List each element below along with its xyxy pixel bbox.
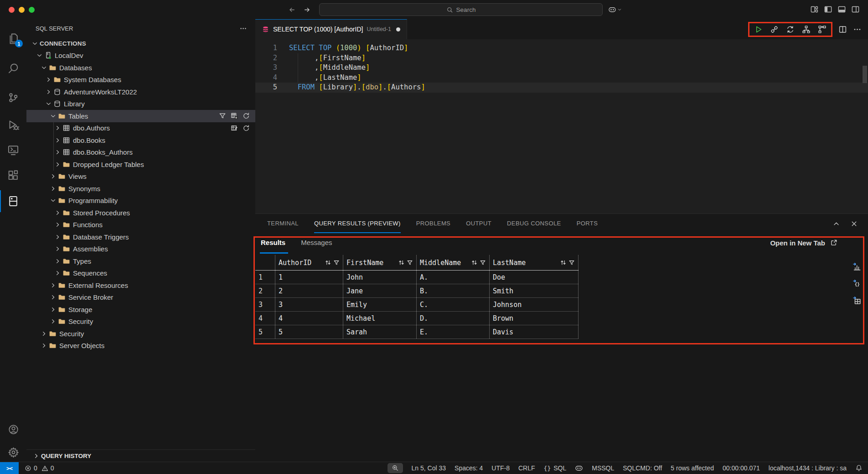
sort-icon[interactable] (471, 259, 478, 266)
editor-scrollbar[interactable] (863, 66, 867, 83)
activity-item-run-and-debug[interactable] (0, 114, 26, 136)
code-line-4[interactable]: 4 ,[LastName] (255, 73, 868, 83)
status-indentation[interactable]: Spaces: 4 (455, 464, 483, 472)
split-button[interactable] (838, 25, 847, 34)
column-header-lastname[interactable]: LastName (490, 255, 579, 271)
tree-item-security[interactable]: Security (26, 328, 255, 340)
tree-item-system-databases[interactable]: System Databases (26, 74, 255, 86)
grid-cell[interactable]: Sarah (343, 325, 417, 339)
tree-item-dbo-books-authors[interactable]: dbo.Books_Authors (26, 146, 255, 159)
row-number[interactable]: 5 (255, 325, 275, 339)
activity-item-accounts[interactable] (0, 418, 26, 440)
grid-cell[interactable]: John (343, 271, 417, 284)
row-number[interactable]: 1 (255, 271, 275, 284)
panel-tab-problems[interactable]: PROBLEMS (416, 214, 450, 233)
status-query-duration[interactable]: 00:00:00.071 (723, 464, 760, 472)
filter-button[interactable] (219, 112, 226, 120)
tree-item-stored-procedures[interactable]: Stored Procedures (26, 207, 255, 219)
tree-item-database-triggers[interactable]: Database Triggers (26, 231, 255, 243)
activity-item-settings[interactable] (0, 441, 26, 463)
activity-item-source-control[interactable] (0, 87, 26, 109)
status-mssql-status[interactable]: MSSQL (592, 464, 614, 472)
column-header-authorid[interactable]: AuthorID (275, 255, 343, 271)
close-window-button[interactable] (9, 7, 15, 13)
row-number-header[interactable] (255, 255, 275, 271)
tree-item-views[interactable]: Views (26, 171, 255, 183)
tree-item-localdev[interactable]: LocalDev (26, 50, 255, 62)
activity-item-sql-server[interactable] (0, 190, 26, 212)
grid-cell[interactable]: C. (417, 298, 490, 312)
status-notifications[interactable] (855, 464, 863, 472)
tree-item-databases[interactable]: Databases (26, 62, 255, 74)
funnel-icon[interactable] (480, 260, 486, 266)
tree-item-library[interactable]: Library (26, 98, 255, 110)
column-header-firstname[interactable]: FirstName (343, 255, 417, 271)
sort-icon[interactable] (560, 259, 567, 266)
edit-data-button[interactable] (231, 125, 238, 132)
maximize-window-button[interactable] (29, 7, 35, 13)
tree-item-dropped-ledger-tables[interactable]: Dropped Ledger Tables (26, 158, 255, 171)
change-conn-button[interactable] (786, 25, 795, 34)
grid-cell[interactable]: 1 (275, 271, 343, 284)
tree-item-server-objects[interactable]: Server Objects (26, 340, 255, 352)
save-csv-button[interactable] (852, 262, 862, 271)
funnel-icon[interactable] (407, 260, 413, 266)
status-zoom-indicator[interactable] (388, 463, 403, 473)
maximize-panel-button[interactable] (832, 220, 840, 228)
minimize-window-button[interactable] (19, 7, 25, 13)
refresh-button[interactable] (243, 112, 250, 120)
est-plan-button[interactable] (802, 25, 811, 34)
grid-cell[interactable]: D. (417, 312, 490, 325)
grid-cell[interactable]: Smith (490, 284, 579, 298)
grid-cell[interactable]: 5 (275, 325, 343, 339)
status-rows-affected[interactable]: 5 rows affected (671, 464, 714, 472)
tree-item-assemblies[interactable]: Assemblies (26, 243, 255, 255)
status-connection-info[interactable]: localhost,1434 : Library : sa (769, 464, 847, 472)
tree-item-dbo-books[interactable]: dbo.Books (26, 134, 255, 146)
tree-item-storage[interactable]: Storage (26, 303, 255, 316)
activity-item-remote-explorer[interactable] (0, 139, 26, 161)
grid-cell[interactable]: Jane (343, 284, 417, 298)
layout-sidebar-button[interactable] (824, 5, 832, 14)
sort-icon[interactable] (398, 259, 405, 266)
grid-cell[interactable]: Doe (490, 271, 579, 284)
grid-cell[interactable]: E. (417, 325, 490, 339)
problems-indicator[interactable]: 0 0 (25, 464, 54, 472)
tree-item-external-resources[interactable]: External Resources (26, 279, 255, 292)
grid-cell[interactable]: A. (417, 271, 490, 284)
panel-tab-output[interactable]: OUTPUT (466, 214, 491, 233)
more-actions-button[interactable] (239, 25, 247, 32)
results-tab-messages[interactable]: Messages (301, 239, 332, 250)
grid-cell[interactable]: Michael (343, 312, 417, 325)
status-cursor-position[interactable]: Ln 5, Col 33 (412, 464, 446, 472)
tree-item-programmability[interactable]: Programmability (26, 195, 255, 207)
editor-tab[interactable]: SELECT TOP (1000) [AuthorID] Untitled-1 (255, 19, 407, 39)
save-excel-button[interactable] (852, 296, 862, 305)
new-table-button[interactable] (231, 112, 238, 120)
tree-item-service-broker[interactable]: Service Broker (26, 292, 255, 304)
activity-item-extensions[interactable] (0, 164, 26, 186)
tree-section-connections[interactable]: CONNECTIONS (26, 37, 255, 50)
ellipsis-button[interactable] (853, 25, 862, 34)
grid-cell[interactable]: 4 (275, 312, 343, 325)
grid-cell[interactable]: Emily (343, 298, 417, 312)
tree-item-functions[interactable]: Functions (26, 219, 255, 231)
tree-item-synonyms[interactable]: Synonyms (26, 182, 255, 195)
row-number[interactable]: 4 (255, 312, 275, 325)
funnel-icon[interactable] (333, 260, 340, 266)
grid-cell[interactable]: Davis (490, 325, 579, 339)
copilot-menu-button[interactable] (608, 5, 622, 14)
forward-button[interactable] (303, 6, 311, 14)
refresh-button[interactable] (243, 125, 250, 132)
grid-cell[interactable]: Brown (490, 312, 579, 325)
grid-cell[interactable]: B. (417, 284, 490, 298)
panel-tab-terminal[interactable]: TERMINAL (267, 214, 299, 233)
layout-panel-button[interactable] (837, 5, 846, 14)
panel-tab-ports[interactable]: PORTS (577, 214, 598, 233)
act-plan-button[interactable] (818, 25, 827, 34)
sort-icon[interactable] (325, 259, 331, 266)
row-number[interactable]: 2 (255, 284, 275, 298)
status-eol[interactable]: CRLF (518, 464, 535, 472)
panel-tab-query-results-preview-[interactable]: QUERY RESULTS (PREVIEW) (314, 214, 401, 233)
save-json-button[interactable] (852, 279, 862, 288)
